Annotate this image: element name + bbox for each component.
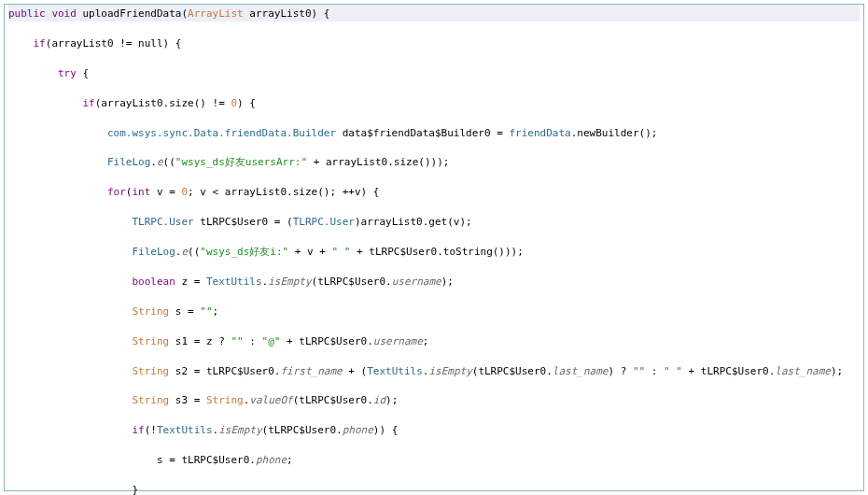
code-frame: public void uploadFriendData(ArrayList a… — [4, 4, 864, 491]
code-line: public void uploadFriendData(ArrayList a… — [8, 5, 860, 21]
code-block: public void uploadFriendData(ArrayList a… — [5, 5, 863, 495]
